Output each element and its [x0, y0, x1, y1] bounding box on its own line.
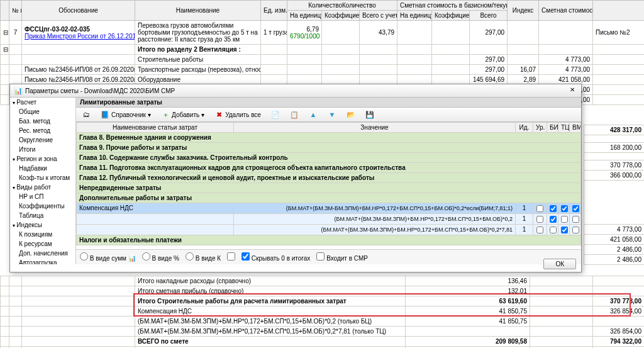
- col-ur: Ур.: [533, 123, 547, 133]
- col-name: Наименование: [135, 1, 261, 21]
- radio-k[interactable]: В виде К: [186, 252, 221, 262]
- book-icon: 📘: [101, 110, 109, 119]
- table-row: Письмо №23456-ИП/08 от 26.09.2020г п.23Т…: [1, 65, 645, 75]
- col-value: Значение: [234, 123, 516, 133]
- chapter-row: Глава 10. Содержание службы заказчика. С…: [77, 153, 581, 163]
- formula-row: Компенсация НДС (БМ.МАТ+(БМ.ЗМ-БМ.ЗПМ)+Б…: [77, 203, 581, 214]
- tree-item[interactable]: Коэффициенты: [10, 201, 75, 211]
- col-obo: Обоснование: [22, 1, 135, 21]
- dialog-footer: В виде сумм 📊 В виде % В виде К Скрывать…: [76, 249, 581, 264]
- table-row: ВСЕГО по смете209 809,58794 322,00: [1, 337, 645, 347]
- disk-icon: 💾: [365, 110, 374, 119]
- expand-button[interactable]: 🗂: [79, 109, 94, 120]
- tree-group-works[interactable]: Виды работ: [10, 182, 75, 192]
- copy-button[interactable]: 📄: [268, 109, 283, 120]
- col-cost: Сметная стоимость в базисном/текущем уро…: [397, 1, 508, 11]
- down-button[interactable]: ▼: [325, 109, 340, 120]
- arrow-up-icon: ▲: [309, 110, 318, 119]
- plus-icon: ＋: [161, 110, 170, 119]
- table-row: Итого Строительные работы для расчета ли…: [1, 296, 645, 306]
- delete-all-button[interactable]: ✖Удалить все: [211, 109, 264, 120]
- tree-item[interactable]: Рес. метод: [10, 126, 75, 135]
- settings-tree[interactable]: Расчет Общие Баз. метод Рес. метод Округ…: [10, 98, 76, 264]
- folder-icon: 📂: [347, 110, 355, 119]
- col-article: Наименование статьи затрат: [77, 123, 234, 133]
- table-row: ⊟ 7 ФССЦпг-03-02-02-035Приказ Минстроя Р…: [1, 21, 645, 45]
- bm-checkbox[interactable]: [572, 227, 579, 233]
- formula-row: (БМ.МАТ+(БМ.ЗМ-БМ.ЗПМ)+БМ.НР*0,172+БМ.СП…: [77, 213, 581, 224]
- bm-checkbox[interactable]: [572, 205, 579, 212]
- radio-sum[interactable]: В виде сумм 📊: [80, 252, 136, 262]
- section-title: Лимитированные затраты: [76, 98, 581, 108]
- table-row: Компенсация НДС41 850,75326 854,00: [1, 306, 645, 317]
- tree-item[interactable]: НР и СП: [10, 192, 75, 201]
- bi-checkbox[interactable]: [550, 205, 557, 212]
- col-num: № п.п: [9, 1, 22, 21]
- params-dialog: 📊 Параметры сметы - Download\МДС 2020\БИ…: [9, 84, 582, 272]
- paste-icon: 📋: [290, 110, 299, 119]
- chk-smr[interactable]: Входит в СМР: [316, 252, 368, 262]
- col-tc: ТЦ: [558, 123, 570, 133]
- tree-item[interactable]: Автозагрузка: [10, 258, 75, 264]
- help-button[interactable]: 📘Справочник ▾: [97, 109, 154, 120]
- limit-grid[interactable]: Наименование статьи затрат Значение Ид. …: [76, 122, 581, 245]
- tc-checkbox[interactable]: [561, 205, 568, 212]
- tree-group-calc[interactable]: Расчет: [10, 98, 75, 107]
- radio-pct[interactable]: В виде %: [142, 252, 179, 262]
- chk-hide-formula[interactable]: [227, 252, 235, 262]
- add-button[interactable]: ＋Добавить ▾: [158, 109, 208, 120]
- formula-row: (БМ.МАТ+(БМ.ЗМ-БМ.ЗПМ)+БМ.НР*0,172+БМ.СП…: [77, 224, 581, 235]
- table-row: (БМ.МАТ+(БМ.ЗМ-БМ.ЗПМ)+БМ.НР*0,172+БМ.СП…: [1, 327, 645, 337]
- tree-item[interactable]: Общие: [10, 107, 75, 116]
- col-bi: БИ: [547, 123, 558, 133]
- chapter-row: Глава 11. Подготовка эксплуатационных ка…: [77, 163, 581, 173]
- tree-group-region[interactable]: Регион и зона: [10, 154, 75, 164]
- col-id: Ид.: [516, 123, 533, 133]
- x-icon: ✖: [214, 110, 223, 119]
- arrow-down-icon: ▼: [328, 110, 336, 119]
- table-row: Итого накладные расходы (справочно)136,4…: [1, 276, 645, 286]
- dialog-titlebar[interactable]: 📊 Параметры сметы - Download\МДС 2020\БИ…: [10, 84, 581, 98]
- table-row: Итого сметная прибыль (справочно)132,01: [1, 286, 645, 296]
- chapter-row: Глава 8. Временные здания и сооружения: [77, 133, 581, 143]
- col-ed: Ед. изм.: [261, 1, 287, 21]
- close-icon[interactable]: ✕: [567, 86, 577, 96]
- tree-item[interactable]: Баз. метод: [10, 116, 75, 126]
- dialog-title: Параметры сметы - Download\МДС 2020\БИМ …: [25, 87, 175, 94]
- bottom-grid-body[interactable]: Итого накладные расходы (справочно)136,4…: [1, 276, 645, 349]
- tree-item[interactable]: Коэф-ты к итогам: [10, 173, 75, 182]
- ur-checkbox[interactable]: [536, 216, 543, 223]
- ok-button[interactable]: ОК: [543, 259, 576, 269]
- chapter-row: Непредвиденные затраты: [77, 183, 581, 193]
- paste-button[interactable]: 📋: [287, 109, 302, 120]
- chk-hide-zero[interactable]: Скрывать 0 в итогах: [242, 252, 310, 262]
- ur-checkbox[interactable]: [536, 227, 543, 233]
- col-bm: ВМ: [570, 123, 581, 133]
- chapter-row: Глава 9. Прочие работы и затраты: [77, 143, 581, 153]
- tc-checkbox[interactable]: [561, 227, 568, 233]
- tree-item[interactable]: Доп. начисления: [10, 249, 75, 258]
- copy-icon: 📄: [271, 110, 280, 119]
- tc-checkbox[interactable]: [561, 216, 568, 223]
- toolbar: 🗂 📘Справочник ▾ ＋Добавить ▾ ✖Удалить все…: [76, 108, 581, 122]
- bi-checkbox[interactable]: [550, 227, 557, 233]
- table-row: (БМ.МАТ+(БМ.ЗМ-БМ.ЗПМ)+БМ.НР*0,172+БМ.СП…: [1, 317, 645, 327]
- tree-item[interactable]: Таблица: [10, 211, 75, 220]
- ur-checkbox[interactable]: [536, 205, 543, 212]
- up-button[interactable]: ▲: [306, 109, 321, 120]
- table-row: Строительные работы297,004 773,00: [1, 55, 645, 65]
- col-sv: Сметная стоимость в текущем уровне цен: [539, 1, 593, 21]
- save-button[interactable]: 💾: [362, 109, 377, 120]
- open-button[interactable]: 📂: [343, 109, 358, 120]
- tree-item[interactable]: Надбавки: [10, 164, 75, 173]
- bm-checkbox[interactable]: [572, 216, 579, 223]
- tree-icon: 🗂: [82, 110, 91, 119]
- tree-group-idx[interactable]: Индексы: [10, 220, 75, 230]
- app-icon: 📊: [14, 86, 23, 95]
- tree-item[interactable]: Итоги: [10, 145, 75, 154]
- bi-checkbox[interactable]: [550, 216, 557, 223]
- tree-item[interactable]: К позициям: [10, 230, 75, 239]
- tree-item[interactable]: Округление: [10, 135, 75, 145]
- additional-works-row: Дополнительные работы и затраты: [77, 193, 581, 203]
- tree-item[interactable]: К ресурсам: [10, 239, 75, 249]
